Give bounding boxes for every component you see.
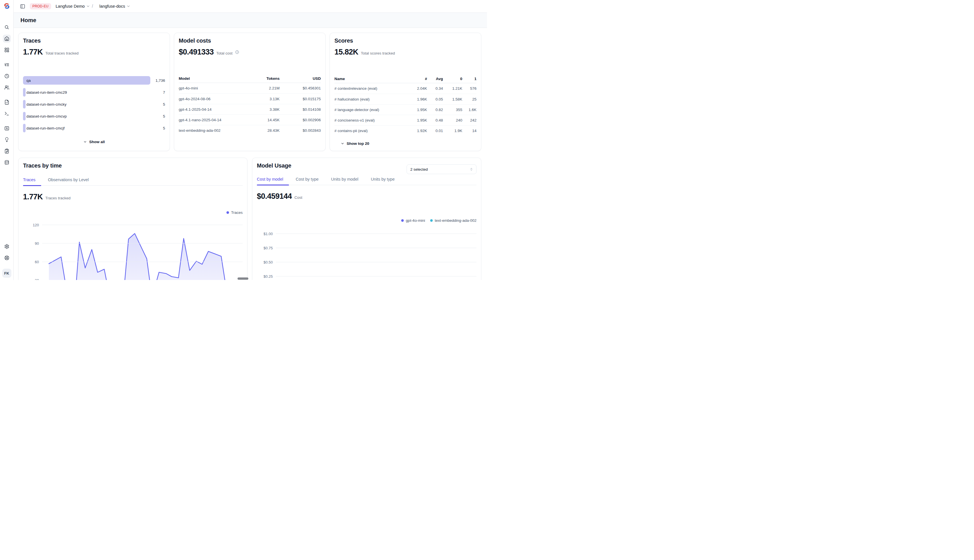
org-switcher[interactable]: Langfuse Demo: [56, 4, 90, 8]
sidebar-item-prompts[interactable]: [3, 98, 11, 106]
database-icon: [4, 160, 9, 165]
page-title: Home: [20, 17, 37, 23]
file-code-icon: [4, 100, 9, 105]
sidebar-item-datasets[interactable]: [3, 158, 11, 167]
sidebar-item-search[interactable]: [3, 23, 11, 31]
traces-by-time-tabs: TracesObservations by Level: [23, 177, 243, 186]
layout-dashboard-icon: [4, 47, 9, 53]
table-row: gpt-4o-2024-08-063.13K$0.015175: [179, 93, 321, 104]
sidebar-item-users[interactable]: [3, 83, 11, 92]
support-button[interactable]: [3, 254, 11, 262]
trace-bar-row: dataset-run-item-cmcvp5: [23, 112, 165, 120]
traces-card-title: Traces: [23, 37, 165, 44]
y-axis-tick: $0.75: [257, 246, 476, 250]
langfuse-logo-icon[interactable]: [3, 3, 10, 9]
life-buoy-icon: [4, 255, 9, 260]
environment-badge[interactable]: PROD-EU: [30, 3, 51, 9]
user-avatar[interactable]: FK: [2, 268, 12, 278]
sidebar-item-annotation[interactable]: [3, 147, 11, 155]
show-all-button[interactable]: Show all: [83, 140, 105, 144]
trace-bar-count: 5: [150, 102, 165, 107]
trace-bar: [23, 88, 25, 97]
sidebar-item-llm-judge[interactable]: [3, 136, 11, 144]
trace-bar-track: dataset-run-item-cmcjf: [23, 124, 150, 132]
legend-dot: [401, 219, 404, 222]
sidebar-item-home[interactable]: [3, 35, 11, 43]
traces-by-time-title: Traces by time: [23, 162, 243, 169]
total-cost-info-button[interactable]: [235, 50, 239, 54]
tab-cost-by-model[interactable]: Cost by model: [257, 177, 289, 185]
traces-by-time-card: Traces by time TracesObservations by Lev…: [18, 158, 247, 280]
traces-chart-legend: Traces: [23, 210, 243, 215]
model-usage-tabs: Cost by modelCost by typeUnits by modelU…: [257, 177, 476, 185]
terminal-icon: [4, 111, 9, 116]
project-switcher[interactable]: langfuse-docs: [99, 4, 130, 8]
tab-traces[interactable]: Traces: [23, 177, 41, 185]
trace-bar-label: dataset-run-item-cmcjf: [27, 126, 65, 130]
tab-cost-by-type[interactable]: Cost by type: [296, 177, 324, 185]
tab-units-by-model[interactable]: Units by model: [331, 177, 364, 185]
chevron-down-icon: [341, 142, 344, 145]
trace-bar-label: dataset-run-item-cmcky: [27, 102, 67, 107]
trace-bar-label: dataset-run-item-cmc29: [27, 90, 67, 95]
table-header-row: Name#Avg01: [334, 75, 476, 83]
trace-bar: [23, 124, 25, 132]
trace-bar-row: qa1,736: [23, 76, 165, 85]
horizontal-scrollbar-thumb[interactable]: [237, 277, 248, 280]
home-icon: [4, 36, 9, 41]
table-row: text-embedding-ada-00228.43K$0.002843: [179, 125, 321, 135]
y-axis-tick: 120: [23, 223, 243, 227]
y-axis-tick: 30: [23, 278, 243, 280]
sidebar: FK: [0, 0, 13, 280]
settings-button[interactable]: [3, 243, 11, 250]
sidebar-item-playground[interactable]: [3, 110, 11, 118]
table-row: # hallucination (eval)1.96K0.051.58K25: [334, 94, 476, 104]
sidebar-item-dashboards[interactable]: [3, 46, 11, 54]
tab-observations-by-level[interactable]: Observations by Level: [48, 177, 94, 185]
traces-tracked-label: Traces tracked: [45, 196, 71, 200]
page-header: Home: [13, 12, 487, 28]
show-top-20-button[interactable]: Show top 20: [341, 142, 369, 146]
trace-bar-row: dataset-run-item-cmcjf5: [23, 124, 165, 132]
sidebar-item-evaluation[interactable]: [3, 124, 11, 132]
trace-bar-row: dataset-run-item-cmcky5: [23, 100, 165, 108]
model-costs-table: ModelTokensUSDgpt-4o-mini2.21M$0.456301g…: [179, 74, 321, 135]
table-row: gpt-4.1-nano-2025-04-1414.45K$0.002906: [179, 115, 321, 125]
chevron-down-icon: [127, 4, 130, 8]
table-header-row: ModelTokensUSD: [179, 74, 321, 83]
breadcrumb-separator: /: [92, 3, 93, 9]
search-icon: [4, 25, 9, 30]
trace-bar-count: 5: [150, 126, 165, 130]
y-axis-tick: $1.00: [257, 232, 476, 236]
tab-units-by-type[interactable]: Units by type: [371, 177, 400, 185]
chevron-down-icon: [86, 4, 90, 8]
trace-bar-label: dataset-run-item-cmcvp: [27, 114, 67, 118]
info-icon: [235, 50, 239, 54]
legend-dot: [226, 211, 229, 214]
y-axis-tick: 60: [23, 260, 243, 264]
legend-item: gpt-4o-mini: [401, 218, 425, 223]
clipboard-pen-icon: [4, 148, 9, 153]
scores-table: Name#Avg01# contextrelevance (eval)2.04K…: [334, 75, 476, 136]
sidebar-toggle-button[interactable]: [19, 3, 27, 10]
trace-bar-count: 1,736: [150, 78, 165, 83]
top-bar: PROD-EU Langfuse Demo / langfuse-docs: [13, 0, 487, 12]
scores-metric-value: 15.82K: [334, 48, 358, 57]
model-costs-card: Model costs $0.491333 Total cost ModelTo…: [174, 33, 326, 151]
usage-chart-legend: gpt-4o-minitext-embedding-ada-002: [257, 218, 476, 223]
model-filter-select[interactable]: 2 selected: [407, 164, 476, 174]
traces-metric-value: 1.77K: [23, 48, 43, 57]
legend-item: text-embedding-ada-002: [430, 218, 476, 223]
traces-card: Traces 1.77K Total traces tracked qa1,73…: [18, 33, 170, 151]
traces-time-chart: 120906030: [23, 219, 243, 280]
traces-line-chart-svg: [42, 219, 243, 280]
sidebar-item-sessions[interactable]: [3, 72, 11, 80]
project-name: langfuse-docs: [99, 4, 125, 8]
sidebar-item-tracing[interactable]: [3, 61, 11, 69]
trace-bar: [23, 100, 25, 108]
lightbulb-icon: [4, 137, 9, 142]
chevrons-up-down-icon: [469, 167, 473, 171]
model-usage-title: Model Usage: [257, 162, 291, 169]
table-row: # language-detector (eval)1.95K0.823551.…: [334, 104, 476, 115]
trace-bar-row: dataset-run-item-cmc297: [23, 88, 165, 97]
